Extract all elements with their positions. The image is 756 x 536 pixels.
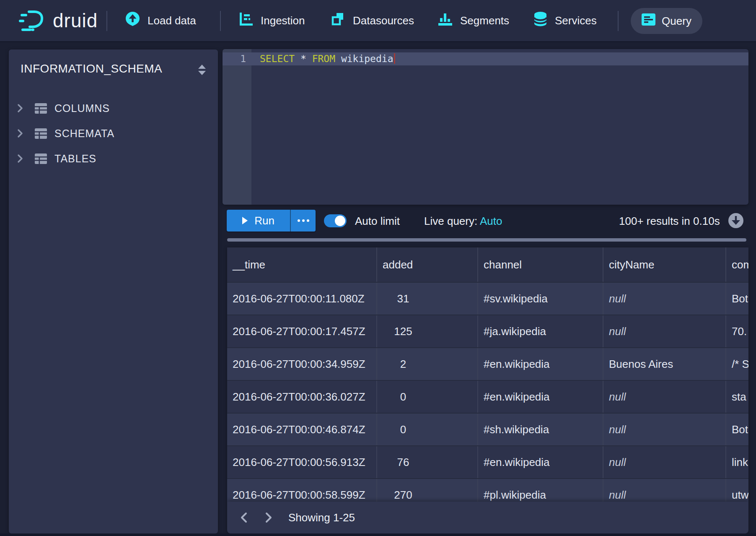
play-icon (242, 217, 248, 224)
tree-item-tables[interactable]: TABLES (9, 146, 218, 171)
nav-item-services[interactable]: Services (534, 0, 597, 41)
results-header-row: __time added channel cityName comment (227, 247, 748, 282)
table-cell: null (603, 381, 725, 413)
auto-limit-toggle[interactable] (324, 214, 347, 227)
nav-item-label: Services (555, 14, 597, 27)
table-cell: null (603, 315, 725, 347)
table-icon (35, 128, 47, 139)
nav-item-query[interactable]: Query (631, 8, 702, 34)
results-summary: 100+ results in 0.10s (619, 215, 720, 228)
query-icon (642, 13, 655, 29)
table-cell: 2016-06-27T00:00:46.874Z (227, 414, 376, 445)
nav-divider (220, 11, 221, 31)
nav-item-ingestion[interactable]: Ingestion (240, 0, 305, 41)
run-button-group: Run (227, 210, 316, 232)
chevron-right-icon[interactable] (17, 104, 26, 113)
druid-brand[interactable]: druid (18, 0, 98, 41)
tree-item-columns[interactable]: COLUMNS (9, 96, 218, 121)
tree-item-schemata[interactable]: SCHEMATA (9, 121, 218, 146)
table-cell: #en.wikipedia (477, 446, 603, 478)
ingestion-icon (240, 13, 253, 29)
table-row: 2016-06-27T00:00:46.874Z0#sh.wikipedianu… (227, 413, 748, 445)
run-button-label: Run (254, 214, 274, 227)
sql-text[interactable]: SELECT * FROM wikipedia (260, 52, 395, 65)
toggle-knob (335, 216, 345, 226)
results-footer: Showing 1-25 (227, 502, 748, 533)
services-icon (534, 12, 547, 29)
results-table: __time added channel cityName comment 20… (227, 247, 748, 533)
table-cell: #sh.wikipedia (477, 414, 603, 445)
nav-item-load-data[interactable]: Load data (126, 0, 196, 41)
table-cell: 0 (376, 381, 477, 413)
column-header-cityname[interactable]: cityName (603, 247, 725, 282)
table-cell: /* S (725, 348, 748, 380)
live-query-control: Live query: Auto (424, 215, 502, 228)
ellipsis-icon (298, 219, 300, 222)
table-cell: 2016-06-27T00:00:36.027Z (227, 381, 376, 413)
run-more-button[interactable] (290, 210, 316, 232)
table-icon (35, 154, 47, 164)
top-nav: druid Load data Inges (0, 0, 756, 42)
run-button[interactable]: Run (227, 210, 290, 232)
table-cell: 2016-06-27T00:00:56.913Z (227, 446, 376, 478)
table-cell: 70. (725, 315, 748, 347)
tree-item-label: SCHEMATA (54, 127, 114, 140)
prev-page-button[interactable] (236, 509, 252, 526)
table-cell: #ja.wikipedia (477, 315, 603, 347)
table-cell: 0 (376, 414, 477, 445)
text-cursor (394, 53, 395, 64)
live-query-value[interactable]: Auto (480, 215, 502, 227)
chevron-right-icon[interactable] (17, 154, 26, 163)
results-body: 2016-06-27T00:00:11.080Z31#sv.wikipedian… (227, 282, 748, 511)
nav-item-label: Ingestion (261, 14, 305, 27)
chevron-right-icon[interactable] (17, 129, 26, 138)
nav-item-segments[interactable]: Segments (438, 0, 509, 41)
table-cell: 2016-06-27T00:00:11.080Z (227, 283, 376, 315)
column-header-comment[interactable]: comment (725, 247, 748, 282)
schema-sidebar: INFORMATION_SCHEMA COLUMNS (9, 49, 218, 533)
table-cell: null (603, 414, 725, 445)
page-bottom-strip (0, 533, 756, 536)
download-results-button[interactable] (728, 213, 744, 230)
table-cell: 31 (376, 283, 477, 315)
nav-divider (106, 11, 107, 31)
column-header-time[interactable]: __time (227, 247, 376, 282)
table-row: 2016-06-27T00:00:36.027Z0#en.wikipedianu… (227, 380, 748, 413)
brand-name: druid (53, 9, 98, 32)
next-page-button[interactable] (261, 509, 277, 526)
table-cell: #en.wikipedia (477, 381, 603, 413)
table-cell: Bot (725, 283, 748, 315)
table-row: 2016-06-27T00:00:17.457Z125#ja.wikipedia… (227, 315, 748, 347)
showing-range-label: Showing 1-25 (288, 511, 355, 524)
tree-item-label: COLUMNS (54, 102, 110, 114)
table-cell: sta (725, 381, 748, 413)
table-cell: 2 (376, 348, 477, 380)
table-cell: null (603, 283, 725, 315)
schema-title[interactable]: INFORMATION_SCHEMA (21, 62, 162, 75)
table-row: 2016-06-27T00:00:56.913Z76#en.wikipedian… (227, 445, 748, 478)
table-row: 2016-06-27T00:00:11.080Z31#sv.wikipedian… (227, 282, 748, 315)
nav-item-label: Load data (148, 14, 196, 27)
nav-item-datasources[interactable]: Datasources (331, 0, 414, 41)
table-cell: Buenos Aires (603, 348, 725, 380)
horizontal-scrollbar[interactable] (227, 238, 746, 242)
table-icon (35, 103, 47, 114)
table-cell: null (603, 446, 725, 478)
sql-editor[interactable]: 1 SELECT * FROM wikipedia (223, 49, 748, 205)
table-cell: link (725, 446, 748, 478)
druid-query-console: { "nav": { "brand": "druid", "items": [ … (0, 0, 756, 536)
table-cell: #en.wikipedia (477, 348, 603, 380)
editor-gutter (223, 49, 251, 205)
live-query-label: Live query: (424, 215, 477, 227)
table-cell: 2016-06-27T00:00:17.457Z (227, 315, 376, 347)
schema-tree: COLUMNS SCHEMATA (9, 96, 218, 171)
column-header-added[interactable]: added (376, 247, 477, 282)
datasources-icon (331, 12, 345, 29)
upload-icon (126, 12, 140, 30)
nav-item-label: Query (662, 15, 691, 28)
column-header-channel[interactable]: channel (477, 247, 603, 282)
nav-item-label: Datasources (353, 14, 414, 27)
line-number: 1 (223, 52, 246, 65)
schema-select-caret-icon[interactable] (198, 65, 206, 77)
druid-logo-icon (18, 8, 46, 33)
